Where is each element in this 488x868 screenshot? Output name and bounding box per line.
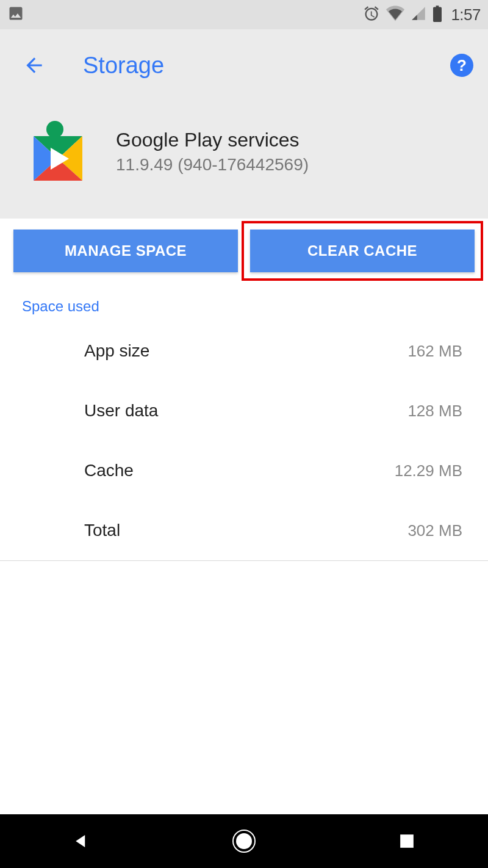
- nav-recents-button[interactable]: [370, 823, 443, 859]
- status-bar: 1:57: [0, 0, 488, 29]
- status-time: 1:57: [451, 5, 481, 24]
- square-recents-icon: [399, 833, 415, 849]
- space-used-header: Space used: [22, 298, 475, 315]
- row-value: 162 MB: [407, 342, 466, 361]
- button-row: MANAGE SPACE CLEAR CACHE: [13, 230, 475, 272]
- triangle-back-icon: [72, 832, 90, 850]
- row-label: Cache: [84, 461, 395, 480]
- row-label: Total: [84, 521, 407, 540]
- nav-home-button[interactable]: [207, 823, 281, 859]
- storage-list: App size 162 MB User data 128 MB Cache 1…: [13, 321, 475, 560]
- nav-back-button[interactable]: [45, 823, 118, 859]
- row-user-data: User data 128 MB: [22, 381, 466, 441]
- cell-signal-icon: [411, 5, 426, 24]
- row-label: User data: [84, 401, 407, 421]
- row-total: Total 302 MB: [22, 501, 466, 560]
- clear-cache-highlight: CLEAR CACHE: [242, 221, 483, 281]
- back-arrow-icon: [23, 54, 46, 77]
- content: MANAGE SPACE CLEAR CACHE Space used App …: [0, 219, 488, 561]
- page-title: Storage: [83, 52, 450, 79]
- row-value: 302 MB: [407, 521, 466, 540]
- row-value: 128 MB: [407, 402, 466, 421]
- svg-point-7: [236, 833, 252, 849]
- app-bar: Storage ?: [0, 29, 488, 84]
- back-button[interactable]: [22, 53, 46, 78]
- row-cache: Cache 12.29 MB: [22, 441, 466, 501]
- circle-home-icon: [232, 829, 256, 853]
- app-info: Google Play services 11.9.49 (940-176442…: [0, 84, 488, 200]
- alarm-icon: [363, 5, 380, 24]
- manage-space-button[interactable]: MANAGE SPACE: [13, 230, 238, 272]
- row-label: App size: [84, 341, 407, 361]
- svg-rect-8: [400, 834, 414, 848]
- app-name: Google Play services: [116, 129, 309, 151]
- header-section: Storage ? Google Play: [0, 29, 488, 219]
- row-value: 12.29 MB: [395, 461, 466, 480]
- play-services-icon: [30, 121, 85, 182]
- clear-cache-button[interactable]: CLEAR CACHE: [250, 230, 475, 272]
- help-button[interactable]: ?: [450, 54, 473, 77]
- screenshot-icon: [7, 13, 24, 24]
- screen: 1:57 Storage ?: [0, 0, 488, 868]
- help-icon: ?: [457, 56, 467, 75]
- navigation-bar: [0, 814, 488, 868]
- row-app-size: App size 162 MB: [22, 321, 466, 381]
- battery-icon: [432, 5, 442, 24]
- svg-point-0: [46, 121, 63, 138]
- divider: [0, 560, 488, 561]
- wifi-icon: [386, 5, 404, 24]
- app-version: 11.9.49 (940-176442569): [116, 155, 309, 175]
